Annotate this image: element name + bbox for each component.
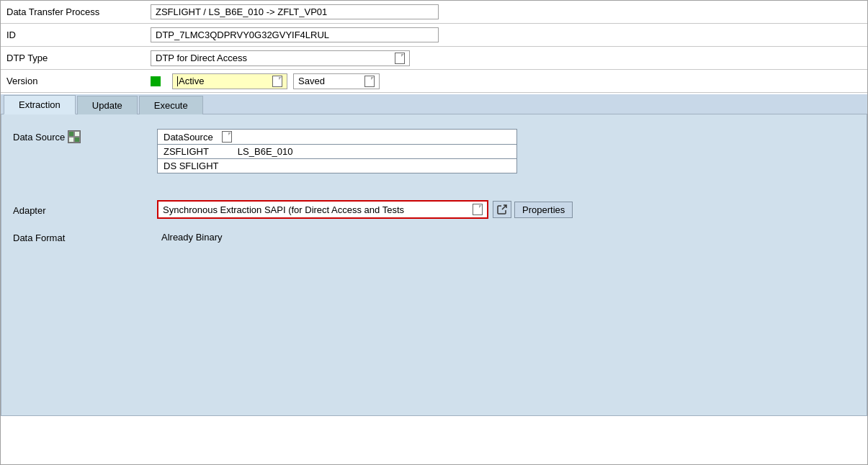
- adapter-link-icon[interactable]: [493, 201, 511, 218]
- adapter-controls: Synchronous Extraction SAPI (for Direct …: [157, 200, 573, 219]
- tab-update[interactable]: Update: [77, 96, 138, 114]
- datasource-type-doc-icon[interactable]: [222, 131, 232, 143]
- data-format-label: Data Format: [13, 231, 157, 243]
- id-row: ID DTP_7LMC3QDPRVY0G32GVYIF4LRUL: [1, 24, 867, 47]
- dtp-label: Data Transfer Process: [6, 6, 151, 17]
- version-row: Version Active Saved: [1, 70, 867, 93]
- header-section: Data Transfer Process ZSFLIGHT / LS_B6E_…: [1, 1, 867, 93]
- version-saved-doc-icon[interactable]: [364, 76, 375, 87]
- cursor: [177, 76, 178, 86]
- datasource-type-row: DataSource: [157, 129, 517, 145]
- adapter-input-field[interactable]: Synchronous Extraction SAPI (for Direct …: [157, 200, 488, 219]
- datasource-desc: DS SFLIGHT: [157, 159, 517, 173]
- version-green-indicator: [151, 76, 161, 86]
- adapter-row: Adapter Synchronous Extraction SAPI (for…: [13, 199, 855, 220]
- id-label: ID: [6, 30, 151, 40]
- datasource-grid-icon[interactable]: [68, 130, 81, 143]
- datasource-block: DataSource ZSFLIGHT LS_B6E_010 DS SFLIGH…: [157, 129, 517, 173]
- adapter-label: Adapter: [13, 204, 157, 216]
- spacer: [13, 181, 855, 188]
- data-format-row: Data Format Already Binary: [13, 227, 855, 247]
- dtp-type-row: DTP Type DTP for Direct Access: [1, 47, 867, 70]
- dtp-type-label: DTP Type: [6, 53, 151, 63]
- version-active-doc-icon[interactable]: [272, 76, 282, 87]
- version-content: Active Saved: [151, 73, 380, 89]
- tabs-bar: Extraction Update Execute: [1, 94, 867, 114]
- data-format-value: Already Binary: [157, 230, 227, 244]
- datasource-name-row: ZSFLIGHT LS_B6E_010: [157, 145, 517, 159]
- data-source-label: Data Source: [13, 129, 157, 143]
- version-saved-field: Saved: [293, 73, 380, 89]
- dtp-type-value: DTP for Direct Access: [151, 50, 410, 66]
- adapter-doc-icon[interactable]: [473, 204, 483, 215]
- version-active-field[interactable]: Active: [172, 73, 287, 89]
- main-container: Data Transfer Process ZSFLIGHT / LS_B6E_…: [0, 0, 868, 465]
- dtp-type-doc-icon[interactable]: [395, 53, 405, 64]
- data-source-row: Data Source DataSource: [13, 129, 855, 173]
- extraction-content: Data Source DataSource: [1, 114, 867, 416]
- data-transfer-process-row: Data Transfer Process ZSFLIGHT / LS_B6E_…: [1, 1, 867, 24]
- id-value: DTP_7LMC3QDPRVY0G32GVYIF4LRUL: [151, 27, 439, 42]
- tab-extraction[interactable]: Extraction: [4, 95, 76, 114]
- tab-execute[interactable]: Execute: [139, 96, 203, 114]
- version-label: Version: [6, 76, 151, 86]
- dtp-value: ZSFLIGHT / LS_B6E_010 -> ZFLT_VP01: [151, 4, 439, 19]
- properties-button[interactable]: Properties: [514, 202, 573, 218]
